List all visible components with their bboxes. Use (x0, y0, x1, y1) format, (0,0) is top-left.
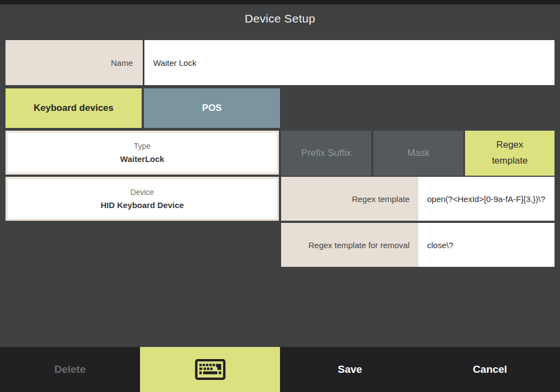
regex-template-button[interactable]: Regex template (465, 131, 555, 176)
virtual-keyboard-button[interactable] (140, 347, 280, 392)
regex-template-input[interactable]: open(?<HexId>[0-9a-fA-F]{3,})\? (418, 177, 555, 221)
delete-button[interactable]: Delete (0, 347, 140, 392)
regex-template-label: Regex template (281, 177, 418, 221)
save-button[interactable]: Save (280, 347, 420, 392)
tab-pos[interactable]: POS (144, 88, 280, 128)
regex-template-removal-input[interactable]: close\? (418, 223, 555, 267)
top-edge (0, 0, 560, 4)
prefix-suffix-button[interactable]: Prefix Suffix (281, 131, 371, 176)
regex-template-removal-label: Regex template for removal (281, 223, 418, 267)
device-selector[interactable]: Device HID Keyboard Device (5, 177, 279, 221)
device-setup-dialog: Device Setup Name Waiter Lock Keyboard d… (0, 0, 560, 392)
keyboard-icon (195, 359, 226, 380)
type-value: WaiterLock (120, 154, 164, 164)
page-title: Device Setup (0, 12, 560, 30)
name-input[interactable]: Waiter Lock (144, 40, 555, 85)
name-label: Name (5, 40, 143, 85)
cancel-button[interactable]: Cancel (420, 347, 560, 392)
mask-button[interactable]: Mask (373, 131, 463, 176)
device-label: Device (131, 188, 154, 197)
device-value: HID Keyboard Device (100, 200, 184, 210)
footer-bar: Delete (0, 347, 560, 392)
type-label: Type (134, 142, 150, 150)
type-selector[interactable]: Type WaiterLock (5, 131, 279, 175)
tab-keyboard-devices[interactable]: Keyboard devices (5, 88, 142, 128)
